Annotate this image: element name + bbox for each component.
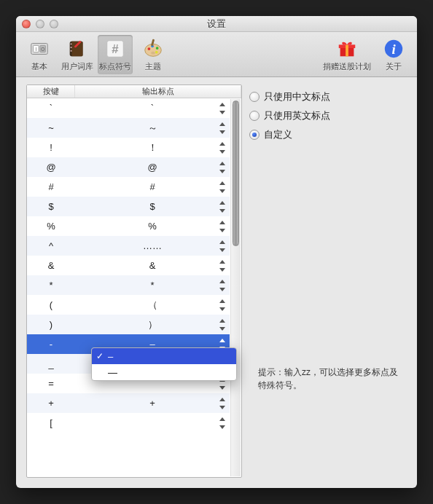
output-stepper[interactable]	[218, 121, 227, 135]
svg-text:i: i	[391, 41, 396, 56]
about-label: 关于	[386, 61, 402, 72]
header-key[interactable]: 按键	[27, 85, 75, 98]
table-row[interactable]: ^……	[27, 236, 230, 256]
cell-key: &	[27, 260, 75, 271]
cell-output: ）	[75, 318, 230, 331]
svg-point-14	[155, 50, 158, 53]
radio-option[interactable]: 自定义	[249, 128, 407, 141]
header-output[interactable]: 输出标点	[75, 85, 241, 98]
tab-punctuation-label: 标点符号	[99, 61, 131, 72]
tab-basic[interactable]: IO 基本	[22, 35, 57, 74]
output-stepper[interactable]	[218, 416, 227, 430]
table-header: 按键 输出标点	[27, 85, 241, 98]
output-stepper[interactable]	[218, 259, 227, 273]
palette-icon	[141, 37, 165, 60]
toolbar: IO 基本 用户词库 # 标点符号 主题 捐赠送股计划	[16, 32, 417, 77]
cell-output: $	[75, 201, 230, 212]
radio-label: 只使用中文标点	[264, 90, 330, 103]
table-row[interactable]: (（	[27, 295, 230, 315]
info-icon: i	[382, 37, 405, 60]
svg-rect-5	[71, 43, 72, 44]
output-stepper[interactable]	[218, 160, 227, 175]
output-stepper[interactable]	[218, 239, 227, 253]
output-stepper[interactable]	[218, 101, 227, 116]
output-stepper[interactable]	[218, 200, 227, 214]
table-row[interactable]: )）	[27, 315, 230, 334]
table-row[interactable]: **	[27, 275, 230, 295]
cell-key: $	[27, 201, 75, 212]
radio-button[interactable]	[249, 111, 260, 121]
tab-user-dict-label: 用户词库	[61, 61, 93, 72]
scrollbar-thumb[interactable]	[233, 101, 239, 246]
window-title: 设置	[16, 17, 417, 31]
cell-key: +	[27, 398, 75, 409]
switch-icon: IO	[28, 37, 51, 60]
popup-item-label: –	[108, 351, 113, 362]
popup-item[interactable]: —	[92, 364, 236, 380]
cell-key: @	[27, 162, 75, 173]
svg-rect-19	[346, 44, 348, 56]
radio-label: 只使用英文标点	[264, 109, 330, 122]
output-stepper[interactable]	[218, 180, 227, 194]
tab-theme-label: 主题	[145, 61, 161, 72]
mode-radio-group: 只使用中文标点只使用英文标点自定义	[249, 90, 407, 141]
radio-option[interactable]: 只使用英文标点	[249, 109, 407, 122]
cell-key: =	[27, 378, 75, 389]
cell-output: *	[75, 280, 230, 291]
output-option-popup: ✓–—	[91, 347, 237, 381]
output-stepper[interactable]	[218, 219, 227, 234]
output-stepper[interactable]	[218, 298, 227, 312]
cell-output: @	[75, 162, 230, 173]
cell-output: &	[75, 260, 230, 271]
table-row[interactable]: ##	[27, 177, 230, 197]
settings-window: 设置 IO 基本 用户词库 # 标点符号 主题	[16, 16, 417, 488]
about-button[interactable]: i 关于	[376, 35, 411, 74]
hash-icon: #	[104, 37, 127, 60]
table-row[interactable]: @@	[27, 157, 230, 177]
cell-key: (	[27, 299, 75, 310]
cell-output: ！	[75, 141, 230, 154]
side-panel: 只使用中文标点只使用英文标点自定义	[249, 84, 407, 478]
table-row[interactable]: ``	[27, 98, 230, 118]
cell-output: +	[75, 398, 230, 409]
tab-user-dict[interactable]: 用户词库	[60, 35, 95, 74]
table-row[interactable]: &&	[27, 256, 230, 275]
notebook-icon	[66, 37, 89, 60]
cell-key: [	[27, 417, 75, 428]
output-stepper[interactable]	[218, 141, 227, 155]
donate-label: 捐赠送股计划	[323, 61, 371, 72]
check-icon: ✓	[96, 351, 104, 361]
popup-item-label: —	[108, 367, 117, 378]
cell-output: #	[75, 181, 230, 192]
table-row[interactable]: ++	[27, 393, 230, 413]
output-stepper[interactable]	[218, 318, 227, 332]
table-row[interactable]: $$	[27, 197, 230, 216]
cell-key: *	[27, 280, 75, 291]
radio-option[interactable]: 只使用中文标点	[249, 90, 407, 103]
donate-button[interactable]: 捐赠送股计划	[321, 35, 373, 74]
cell-output: `	[75, 103, 230, 114]
popup-item[interactable]: ✓–	[92, 348, 236, 364]
output-stepper[interactable]	[218, 278, 227, 293]
svg-point-11	[148, 47, 151, 50]
cell-key: !	[27, 142, 75, 153]
gift-icon	[335, 37, 359, 60]
radio-button[interactable]	[249, 92, 260, 102]
radio-button[interactable]	[249, 130, 260, 140]
cell-key: `	[27, 103, 75, 114]
punctuation-table: 按键 输出标点 ``~～!！@@##$$%%^……&&**(（)）-–_=++[	[26, 84, 242, 478]
content-area: 按键 输出标点 ``~～!！@@##$$%%^……&&**(（)）-–_=++[…	[16, 77, 417, 488]
vertical-scrollbar[interactable]	[230, 99, 241, 476]
svg-text:#: #	[112, 42, 119, 55]
svg-rect-6	[71, 47, 72, 48]
output-stepper[interactable]	[218, 396, 227, 411]
tab-basic-label: 基本	[31, 61, 47, 72]
cell-output: ……	[75, 240, 230, 251]
table-row[interactable]: %%	[27, 216, 230, 236]
table-row[interactable]: [	[27, 413, 230, 433]
table-row[interactable]: !！	[27, 138, 230, 157]
tab-punctuation[interactable]: # 标点符号	[98, 35, 133, 74]
tab-theme[interactable]: 主题	[136, 35, 171, 74]
table-row[interactable]: ~～	[27, 118, 230, 138]
hint-text: 提示：输入zz，可以选择更多标点及特殊符号。	[258, 366, 402, 392]
